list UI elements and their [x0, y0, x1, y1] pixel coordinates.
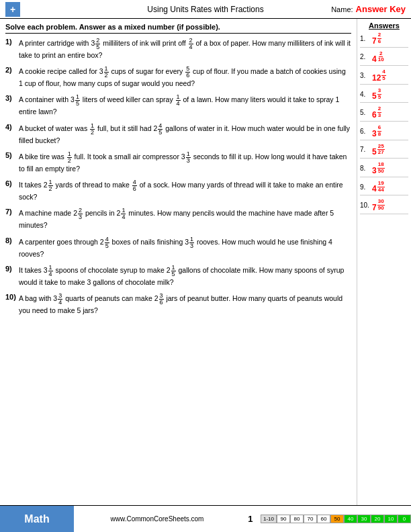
- answer-row-3: 3. 1245: [360, 69, 408, 85]
- ans-val-8: 31850: [372, 162, 385, 175]
- q-num-1: 1): [5, 38, 19, 46]
- answer-row-4: 4. 535: [360, 88, 408, 103]
- ans-num-10: 10.: [360, 202, 372, 209]
- question-8: 8) A carpenter goes through 245 boxes of…: [5, 236, 351, 259]
- q-num-7: 7): [5, 208, 19, 216]
- q-num-5: 5): [5, 151, 19, 159]
- ans-num-7: 7.: [360, 146, 372, 153]
- q-text-9: It takes 314 spoons of chocolate syrup t…: [19, 265, 351, 287]
- q-text-5: A bike tire was 12 full. It took a small…: [19, 151, 351, 174]
- q-text-6: It takes 212 yards of thread to make 46 …: [19, 179, 351, 202]
- q-text-4: A bucket of water was 12 full, but it st…: [19, 123, 351, 146]
- q-text-3: A container with 315 liters of weed kill…: [19, 94, 351, 117]
- answer-row-6: 6. 368: [360, 125, 408, 140]
- answer-key-label: Answer Key: [356, 4, 406, 14]
- question-7: 7) A machine made 223 pencils in 214 min…: [5, 208, 351, 230]
- ans-val-4: 535: [372, 88, 381, 101]
- question-10: 10) A bag with 334 quarts of peanuts can…: [5, 293, 351, 316]
- score-0: 0: [398, 515, 411, 523]
- answers-column: Answers 1. 726 2. 4210 3. 1245 4. 535: [357, 19, 411, 505]
- score-60: 60: [317, 515, 330, 523]
- question-6: 6) It takes 212 yards of thread to make …: [5, 179, 351, 202]
- ans-val-7: 52527: [372, 144, 385, 157]
- ans-val-1: 726: [372, 32, 381, 45]
- name-label: Name:: [331, 5, 353, 13]
- q-text-2: A cookie recipe called for 312 cups of s…: [19, 66, 351, 89]
- ans-val-9: 41944: [372, 181, 385, 193]
- q-text-8: A carpenter goes through 245 boxes of na…: [19, 236, 351, 259]
- score-20: 20: [371, 515, 384, 523]
- ans-val-2: 4210: [372, 51, 385, 64]
- q-text-7: A machine made 223 pencils in 214 minute…: [19, 208, 351, 230]
- q-text-1: A printer cartridge with 325 milliliters…: [19, 38, 351, 60]
- page-title: Using Units Rates with Fractions: [147, 5, 263, 14]
- q-num-6: 6): [5, 179, 19, 187]
- answers-header: Answers: [360, 21, 408, 30]
- score-70: 70: [304, 515, 317, 523]
- q-num-3: 3): [5, 94, 19, 102]
- ans-num-6: 6.: [360, 128, 372, 135]
- footer-page-num: 1: [240, 506, 261, 532]
- answer-row-10: 10. 73090: [360, 199, 408, 214]
- footer-url: www.CommonCoreSheets.com: [74, 506, 240, 532]
- answer-row-2: 2. 4210: [360, 51, 408, 66]
- header: + Using Units Rates with Fractions Name:…: [0, 0, 411, 19]
- score-range-label: 1-10: [261, 515, 277, 523]
- score-40: 40: [344, 515, 357, 523]
- question-5: 5) A bike tire was 12 full. It took a sm…: [5, 151, 351, 174]
- q-num-4: 4): [5, 123, 19, 131]
- logo-icon: +: [5, 2, 20, 17]
- ans-num-2: 2.: [360, 53, 372, 60]
- ans-num-9: 9.: [360, 183, 372, 191]
- main-content: Solve each problem. Answer as a mixed nu…: [0, 19, 411, 505]
- question-1: 1) A printer cartridge with 325 millilit…: [5, 38, 351, 60]
- answer-row-1: 1. 726: [360, 32, 408, 48]
- q-num-9: 9): [5, 265, 19, 273]
- ans-num-5: 5.: [360, 109, 372, 116]
- question-3: 3) A container with 315 liters of weed k…: [5, 94, 351, 117]
- score-30: 30: [357, 515, 371, 523]
- score-80: 80: [290, 515, 304, 523]
- score-50: 50: [330, 515, 344, 523]
- question-2: 2) A cookie recipe called for 312 cups o…: [5, 66, 351, 89]
- footer-math-label: Math: [0, 506, 74, 532]
- instructions: Solve each problem. Answer as a mixed nu…: [5, 23, 351, 34]
- questions-area: Solve each problem. Answer as a mixed nu…: [0, 19, 357, 505]
- ans-num-3: 3.: [360, 72, 372, 79]
- footer: Math www.CommonCoreSheets.com 1 1-10 90 …: [0, 505, 411, 532]
- answer-row-9: 9. 41944: [360, 181, 408, 196]
- ans-num-8: 8.: [360, 165, 372, 172]
- header-name-area: Name: Answer Key: [331, 4, 406, 14]
- q-num-8: 8): [5, 236, 19, 245]
- answer-row-7: 7. 52527: [360, 144, 408, 159]
- q-text-10: A bag with 334 quarts of peanuts can mak…: [19, 293, 351, 316]
- score-10: 10: [384, 515, 398, 523]
- ans-val-5: 623: [372, 106, 381, 119]
- ans-val-3: 1245: [372, 69, 386, 82]
- ans-val-10: 73090: [372, 199, 385, 212]
- q-num-10: 10): [5, 293, 19, 301]
- q-num-2: 2): [5, 66, 19, 74]
- ans-num-1: 1.: [360, 35, 372, 42]
- question-9: 9) It takes 314 spoons of chocolate syru…: [5, 265, 351, 287]
- ans-val-6: 368: [372, 125, 381, 138]
- footer-scores: 1-10 90 80 70 60 50 40 30 20 10 0: [261, 506, 411, 532]
- answer-row-5: 5. 623: [360, 106, 408, 122]
- answer-row-8: 8. 31850: [360, 162, 408, 177]
- ans-num-4: 4.: [360, 91, 372, 98]
- score-90: 90: [277, 515, 290, 523]
- question-4: 4) A bucket of water was 12 full, but it…: [5, 123, 351, 146]
